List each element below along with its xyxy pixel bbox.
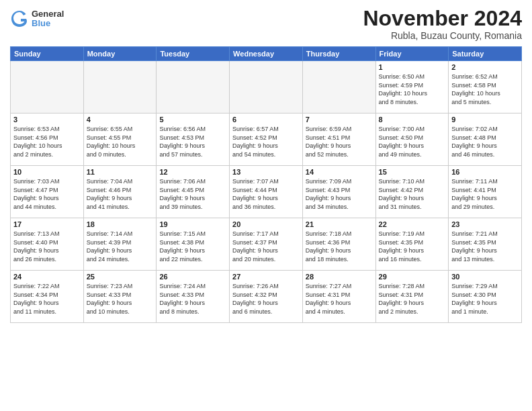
day-info: Sunrise: 6:57 AM Sunset: 4:52 PM Dayligh… — [232, 125, 300, 158]
logo-text: General Blue — [32, 9, 64, 29]
day-number: 1 — [379, 63, 446, 71]
table-row: 26Sunrise: 7:24 AM Sunset: 4:33 PM Dayli… — [157, 271, 230, 323]
day-number: 8 — [379, 116, 446, 124]
day-number: 25 — [87, 273, 154, 281]
day-info: Sunrise: 7:28 AM Sunset: 4:31 PM Dayligh… — [379, 282, 446, 316]
table-row: 6Sunrise: 6:57 AM Sunset: 4:52 PM Daylig… — [230, 113, 303, 166]
table-row: 2Sunrise: 6:52 AM Sunset: 4:58 PM Daylig… — [449, 61, 522, 113]
table-row: 17Sunrise: 7:13 AM Sunset: 4:40 PM Dayli… — [11, 218, 84, 271]
day-number: 4 — [87, 116, 154, 124]
day-number: 9 — [451, 116, 519, 124]
table-row: 24Sunrise: 7:22 AM Sunset: 4:34 PM Dayli… — [11, 271, 84, 323]
day-info: Sunrise: 7:23 AM Sunset: 4:33 PM Dayligh… — [87, 282, 154, 316]
day-number: 7 — [306, 116, 373, 124]
day-info: Sunrise: 6:50 AM Sunset: 4:59 PM Dayligh… — [379, 73, 446, 106]
table-row: 22Sunrise: 7:19 AM Sunset: 4:35 PM Dayli… — [375, 218, 449, 271]
day-number: 16 — [451, 168, 519, 176]
day-info: Sunrise: 7:09 AM Sunset: 4:43 PM Dayligh… — [306, 177, 373, 211]
table-row — [157, 61, 230, 113]
table-row: 27Sunrise: 7:26 AM Sunset: 4:32 PM Dayli… — [230, 271, 303, 323]
day-number: 17 — [13, 220, 81, 228]
calendar-header-row: Sunday Monday Tuesday Wednesday Thursday… — [11, 47, 522, 61]
day-number: 6 — [232, 116, 300, 124]
day-number: 14 — [306, 168, 373, 176]
table-row: 7Sunrise: 6:59 AM Sunset: 4:51 PM Daylig… — [302, 113, 375, 166]
calendar-week-row: 3Sunrise: 6:53 AM Sunset: 4:56 PM Daylig… — [11, 113, 522, 166]
table-row: 20Sunrise: 7:17 AM Sunset: 4:37 PM Dayli… — [230, 218, 303, 271]
day-number: 19 — [159, 220, 226, 228]
table-row: 13Sunrise: 7:07 AM Sunset: 4:44 PM Dayli… — [230, 166, 303, 218]
table-row — [83, 61, 157, 113]
day-info: Sunrise: 7:03 AM Sunset: 4:47 PM Dayligh… — [13, 177, 81, 211]
logo-general-text: General — [32, 9, 64, 19]
day-info: Sunrise: 7:11 AM Sunset: 4:41 PM Dayligh… — [451, 177, 519, 211]
day-number: 29 — [379, 273, 446, 281]
table-row: 12Sunrise: 7:06 AM Sunset: 4:45 PM Dayli… — [157, 166, 230, 218]
table-row: 28Sunrise: 7:27 AM Sunset: 4:31 PM Dayli… — [302, 271, 375, 323]
table-row: 16Sunrise: 7:11 AM Sunset: 4:41 PM Dayli… — [449, 166, 522, 218]
day-number: 13 — [232, 168, 300, 176]
calendar-week-row: 1Sunrise: 6:50 AM Sunset: 4:59 PM Daylig… — [11, 61, 522, 113]
col-sunday: Sunday — [11, 47, 84, 61]
day-info: Sunrise: 7:14 AM Sunset: 4:39 PM Dayligh… — [87, 230, 154, 263]
day-info: Sunrise: 7:24 AM Sunset: 4:33 PM Dayligh… — [159, 282, 226, 316]
day-info: Sunrise: 7:27 AM Sunset: 4:31 PM Dayligh… — [306, 282, 373, 316]
day-number: 28 — [306, 273, 373, 281]
logo-icon — [10, 9, 29, 28]
day-info: Sunrise: 7:00 AM Sunset: 4:50 PM Dayligh… — [379, 125, 446, 158]
day-number: 18 — [87, 220, 154, 228]
page-header: General Blue November 2024 Rubla, Buzau … — [10, 7, 522, 41]
logo-blue-text: Blue — [32, 19, 64, 28]
month-title: November 2024 — [363, 7, 522, 30]
col-saturday: Saturday — [449, 47, 522, 61]
day-number: 23 — [451, 220, 519, 228]
day-number: 15 — [379, 168, 446, 176]
day-number: 5 — [159, 116, 226, 124]
calendar-table: Sunday Monday Tuesday Wednesday Thursday… — [10, 46, 522, 323]
table-row: 3Sunrise: 6:53 AM Sunset: 4:56 PM Daylig… — [11, 113, 84, 166]
day-info: Sunrise: 7:04 AM Sunset: 4:46 PM Dayligh… — [87, 177, 154, 211]
day-info: Sunrise: 7:26 AM Sunset: 4:32 PM Dayligh… — [232, 282, 300, 316]
table-row: 1Sunrise: 6:50 AM Sunset: 4:59 PM Daylig… — [375, 61, 449, 113]
day-info: Sunrise: 6:59 AM Sunset: 4:51 PM Dayligh… — [306, 125, 373, 158]
day-info: Sunrise: 7:02 AM Sunset: 4:48 PM Dayligh… — [451, 125, 519, 158]
logo: General Blue — [10, 9, 64, 29]
table-row — [230, 61, 303, 113]
day-number: 30 — [451, 273, 519, 281]
col-monday: Monday — [83, 47, 157, 61]
day-number: 27 — [232, 273, 300, 281]
table-row: 11Sunrise: 7:04 AM Sunset: 4:46 PM Dayli… — [83, 166, 157, 218]
day-info: Sunrise: 6:52 AM Sunset: 4:58 PM Dayligh… — [451, 73, 519, 106]
day-number: 12 — [159, 168, 226, 176]
calendar-page: General Blue November 2024 Rubla, Buzau … — [0, 0, 532, 411]
day-info: Sunrise: 7:19 AM Sunset: 4:35 PM Dayligh… — [379, 230, 446, 263]
col-tuesday: Tuesday — [157, 47, 230, 61]
table-row: 9Sunrise: 7:02 AM Sunset: 4:48 PM Daylig… — [449, 113, 522, 166]
day-number: 24 — [13, 273, 81, 281]
table-row: 19Sunrise: 7:15 AM Sunset: 4:38 PM Dayli… — [157, 218, 230, 271]
table-row: 4Sunrise: 6:55 AM Sunset: 4:55 PM Daylig… — [83, 113, 157, 166]
day-number: 21 — [306, 220, 373, 228]
day-info: Sunrise: 7:07 AM Sunset: 4:44 PM Dayligh… — [232, 177, 300, 211]
table-row: 15Sunrise: 7:10 AM Sunset: 4:42 PM Dayli… — [375, 166, 449, 218]
day-number: 22 — [379, 220, 446, 228]
location-subtitle: Rubla, Buzau County, Romania — [363, 30, 522, 41]
table-row: 5Sunrise: 6:56 AM Sunset: 4:53 PM Daylig… — [157, 113, 230, 166]
table-row: 10Sunrise: 7:03 AM Sunset: 4:47 PM Dayli… — [11, 166, 84, 218]
table-row: 8Sunrise: 7:00 AM Sunset: 4:50 PM Daylig… — [375, 113, 449, 166]
day-info: Sunrise: 7:06 AM Sunset: 4:45 PM Dayligh… — [159, 177, 226, 211]
calendar-week-row: 10Sunrise: 7:03 AM Sunset: 4:47 PM Dayli… — [11, 166, 522, 218]
col-thursday: Thursday — [302, 47, 375, 61]
calendar-week-row: 24Sunrise: 7:22 AM Sunset: 4:34 PM Dayli… — [11, 271, 522, 323]
day-number: 26 — [159, 273, 226, 281]
day-info: Sunrise: 7:10 AM Sunset: 4:42 PM Dayligh… — [379, 177, 446, 211]
calendar-week-row: 17Sunrise: 7:13 AM Sunset: 4:40 PM Dayli… — [11, 218, 522, 271]
table-row: 18Sunrise: 7:14 AM Sunset: 4:39 PM Dayli… — [83, 218, 157, 271]
table-row: 14Sunrise: 7:09 AM Sunset: 4:43 PM Dayli… — [302, 166, 375, 218]
table-row — [302, 61, 375, 113]
title-block: November 2024 Rubla, Buzau County, Roman… — [363, 7, 522, 41]
day-number: 10 — [13, 168, 81, 176]
day-info: Sunrise: 6:53 AM Sunset: 4:56 PM Dayligh… — [13, 125, 81, 158]
day-number: 2 — [451, 63, 519, 71]
table-row: 21Sunrise: 7:18 AM Sunset: 4:36 PM Dayli… — [302, 218, 375, 271]
